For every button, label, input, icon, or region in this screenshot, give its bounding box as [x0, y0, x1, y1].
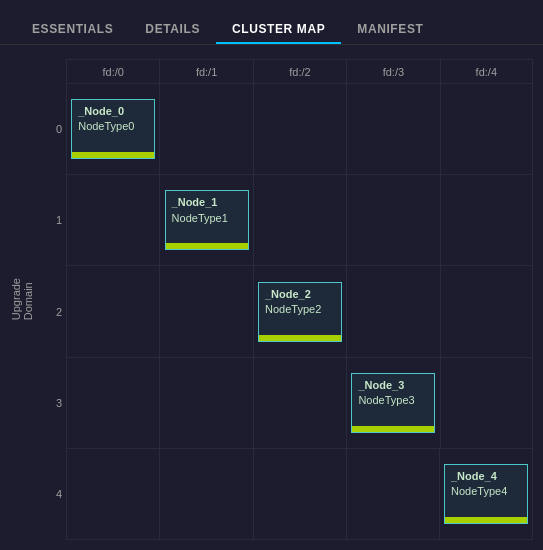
cell-4-4: _Node_4 NodeType4 [439, 449, 533, 539]
fd-header-0: fd:/0 [66, 59, 159, 83]
nav-item-essentials[interactable]: ESSENTIALS [16, 16, 129, 44]
cell-4-1 [159, 449, 252, 539]
grid-rows: _Node_0 NodeType0 [66, 83, 533, 540]
cell-0-2 [253, 84, 346, 174]
cell-1-0 [66, 175, 159, 265]
grid-row-3: _Node_3 NodeType3 [66, 358, 533, 449]
node-bar-3 [352, 426, 434, 432]
node-type-4: NodeType4 [451, 484, 507, 499]
cell-0-4 [440, 84, 533, 174]
content-area: UpgradeDomain 0 1 2 3 4 fd:/0 [0, 45, 543, 550]
node-name-1: _Node_1 [172, 195, 218, 210]
node-type-1: NodeType1 [172, 211, 228, 226]
cell-4-3 [346, 449, 439, 539]
node-bar-4 [445, 517, 527, 523]
fd-header-3: fd:/3 [346, 59, 439, 83]
cell-1-4 [440, 175, 533, 265]
page: ESSENTIALSDETAILSCLUSTER MAPMANIFEST Upg… [0, 0, 543, 550]
node-bar-1 [166, 243, 248, 249]
nav-item-details[interactable]: DETAILS [129, 16, 216, 44]
node-type-0: NodeType0 [78, 119, 134, 134]
fd-header-row: fd:/0 fd:/1 fd:/2 fd:/3 fd:/4 [66, 59, 533, 83]
node-name-0: _Node_0 [78, 104, 124, 119]
cell-0-1 [159, 84, 252, 174]
ud-num-3: 3 [38, 357, 66, 448]
nav-item-cluster-map[interactable]: CLUSTER MAP [216, 16, 341, 44]
ud-numbers-col: 0 1 2 3 4 [38, 59, 66, 540]
upgrade-domain-label: UpgradeDomain [10, 278, 34, 320]
node-card-4[interactable]: _Node_4 NodeType4 [444, 464, 528, 524]
grid-row-1: _Node_1 NodeType1 [66, 175, 533, 266]
nav-item-manifest[interactable]: MANIFEST [341, 16, 439, 44]
node-name-2: _Node_2 [265, 287, 311, 302]
cell-1-1: _Node_1 NodeType1 [159, 175, 252, 265]
ud-num-4: 4 [38, 449, 66, 540]
ud-num-0: 0 [38, 83, 66, 174]
node-bar-2 [259, 335, 341, 341]
node-type-2: NodeType2 [265, 302, 321, 317]
fd-header-4: fd:/4 [440, 59, 533, 83]
grid-row-2: _Node_2 NodeType2 [66, 266, 533, 357]
fd-header-2: fd:/2 [253, 59, 346, 83]
upgrade-domain-vertical: UpgradeDomain [10, 59, 38, 540]
cell-2-4 [440, 266, 533, 356]
ud-num-2: 2 [38, 266, 66, 357]
cluster-map: UpgradeDomain 0 1 2 3 4 fd:/0 [10, 55, 533, 540]
node-card-1[interactable]: _Node_1 NodeType1 [165, 190, 249, 250]
fd-header-1: fd:/1 [159, 59, 252, 83]
cell-3-0 [66, 358, 159, 448]
header [0, 0, 543, 10]
cell-3-2 [253, 358, 346, 448]
grid-row-4: _Node_4 NodeType4 [66, 449, 533, 540]
node-name-4: _Node_4 [451, 469, 497, 484]
node-name-3: _Node_3 [358, 378, 404, 393]
node-bar-0 [72, 152, 154, 158]
nav-bar: ESSENTIALSDETAILSCLUSTER MAPMANIFEST [0, 10, 543, 45]
node-card-3[interactable]: _Node_3 NodeType3 [351, 373, 435, 433]
node-type-3: NodeType3 [358, 393, 414, 408]
cell-3-1 [159, 358, 252, 448]
cell-4-2 [253, 449, 346, 539]
cell-3-3: _Node_3 NodeType3 [346, 358, 439, 448]
cell-1-2 [253, 175, 346, 265]
cell-0-3 [346, 84, 439, 174]
node-card-0[interactable]: _Node_0 NodeType0 [71, 99, 155, 159]
node-card-2[interactable]: _Node_2 NodeType2 [258, 282, 342, 342]
cell-0-0: _Node_0 NodeType0 [66, 84, 159, 174]
grid-main: fd:/0 fd:/1 fd:/2 fd:/3 fd:/4 _Node_0 [66, 59, 533, 540]
grid-area: UpgradeDomain 0 1 2 3 4 fd:/0 [10, 59, 533, 540]
cell-2-3 [346, 266, 439, 356]
left-header: UpgradeDomain 0 1 2 3 4 [10, 59, 66, 540]
cell-2-1 [159, 266, 252, 356]
cell-3-4 [440, 358, 533, 448]
cell-2-0 [66, 266, 159, 356]
grid-row-0: _Node_0 NodeType0 [66, 83, 533, 175]
cell-2-2: _Node_2 NodeType2 [253, 266, 346, 356]
ud-num-1: 1 [38, 174, 66, 265]
cell-1-3 [346, 175, 439, 265]
cell-4-0 [66, 449, 159, 539]
